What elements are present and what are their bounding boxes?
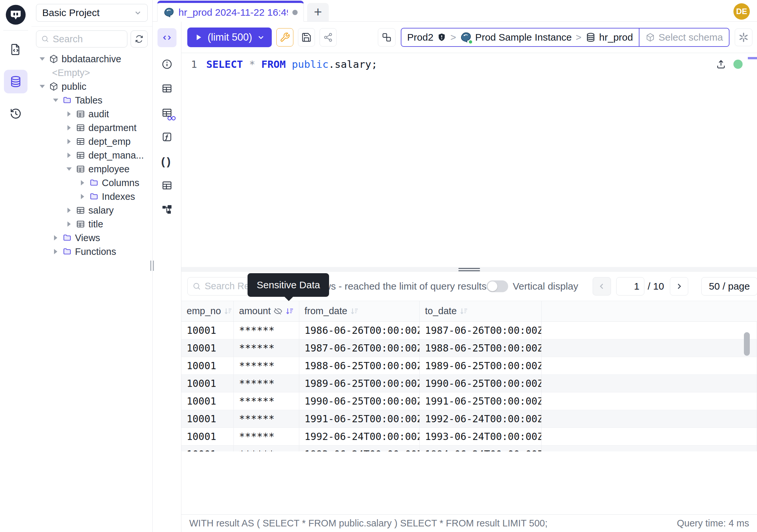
table-row[interactable]: 10001******1991-06-25T00:00:00Z1992-06-2… — [181, 410, 757, 428]
cell[interactable]: 1991-06-25T00:00:00Z — [420, 392, 542, 410]
caret-right-icon[interactable] — [54, 235, 57, 240]
run-query-button[interactable]: (limit 500) — [187, 27, 272, 47]
tree-item-columns[interactable]: Columns — [31, 176, 152, 190]
cell[interactable]: 1987-06-26T00:00:00Z — [420, 322, 542, 339]
cell[interactable]: 10001 — [181, 392, 234, 410]
caret-right-icon[interactable] — [68, 153, 71, 158]
cell[interactable]: 1990-06-25T00:00:00Z — [299, 392, 420, 410]
tree-item-title[interactable]: title — [31, 217, 152, 231]
masked-cell[interactable]: ****** — [234, 375, 299, 392]
cell[interactable]: 1988-06-25T00:00:00Z — [299, 357, 420, 374]
tree-item-views[interactable]: Views — [31, 231, 152, 245]
cell[interactable]: 10001 — [181, 375, 234, 392]
sort-icon[interactable] — [285, 307, 294, 316]
external-table-button[interactable] — [158, 177, 176, 194]
panel-splitter[interactable] — [181, 267, 757, 272]
cell[interactable]: 1987-06-26T00:00:00Z — [299, 339, 420, 357]
vertical-display-toggle[interactable] — [487, 280, 508, 292]
refresh-button[interactable] — [131, 30, 148, 47]
code-panel-button[interactable] — [158, 28, 176, 47]
masked-data-button[interactable] — [158, 104, 176, 121]
caret-right-icon[interactable] — [81, 194, 84, 199]
functions-panel-button[interactable] — [158, 128, 176, 145]
bytebase-logo-icon[interactable] — [5, 4, 26, 25]
caret-right-icon[interactable] — [68, 125, 71, 130]
tree-item-employee[interactable]: employee — [31, 162, 152, 176]
tree-item-bbdataarchive[interactable]: bbdataarchive — [31, 52, 152, 66]
next-page-button[interactable] — [670, 277, 688, 296]
cell[interactable]: 1994-06-24T00:00:00Z — [420, 446, 542, 452]
cell[interactable]: 1988-06-25T00:00:00Z — [420, 339, 542, 357]
tree-item-tables[interactable]: Tables — [31, 93, 152, 107]
page-number-input[interactable] — [616, 277, 644, 296]
tree-item-public[interactable]: public — [31, 79, 152, 93]
caret-down-icon[interactable] — [53, 99, 58, 102]
caret-down-icon[interactable] — [40, 57, 45, 61]
table-row[interactable]: 10001******1993-06-24T00:00:00Z1994-06-2… — [181, 446, 757, 452]
prev-page-button[interactable] — [592, 277, 611, 296]
tree-item-department[interactable]: department — [31, 121, 152, 135]
procedures-panel-button[interactable]: () — [158, 153, 176, 170]
column-header-to-date[interactable]: to_date — [420, 301, 542, 321]
cell[interactable]: 1992-06-24T00:00:00Z — [299, 428, 420, 445]
masked-cell[interactable]: ****** — [234, 446, 299, 452]
masked-cell[interactable]: ****** — [234, 392, 299, 410]
table-row[interactable]: 10001******1990-06-25T00:00:00Z1991-06-2… — [181, 392, 757, 410]
cell[interactable]: 10001 — [181, 322, 234, 339]
column-header-from-date[interactable]: from_date — [299, 301, 420, 321]
sort-icon[interactable] — [350, 307, 359, 316]
caret-right-icon[interactable] — [68, 208, 71, 213]
ai-assistant-button[interactable] — [735, 28, 752, 46]
connection-context[interactable]: Prod2 > Prod Sample Instance > — [402, 28, 639, 46]
masked-cell[interactable]: ****** — [234, 428, 299, 445]
tree-item-dept-emp[interactable]: dept_emp — [31, 135, 152, 148]
tab-hr-prod[interactable]: hr_prod 2024-11-22 16:49 — [157, 1, 304, 22]
cell[interactable]: 1990-06-25T00:00:00Z — [420, 375, 542, 392]
caret-right-icon[interactable] — [68, 111, 71, 117]
cell[interactable]: 1986-06-26T00:00:00Z — [299, 322, 420, 339]
table-row[interactable]: 10001******1986-06-26T00:00:00Z1987-06-2… — [181, 322, 757, 339]
tree-item-audit[interactable]: audit — [31, 107, 152, 121]
masked-cell[interactable]: ****** — [234, 410, 299, 427]
rail-database-button[interactable] — [4, 70, 27, 93]
rail-history-button[interactable] — [4, 102, 27, 125]
masked-cell[interactable]: ****** — [234, 322, 299, 339]
cell[interactable]: 10001 — [181, 446, 234, 452]
sort-icon[interactable] — [459, 307, 469, 316]
sidebar-search[interactable] — [36, 30, 127, 47]
new-tab-button[interactable]: + — [307, 3, 329, 21]
cell[interactable]: 10001 — [181, 357, 234, 374]
select-schema-button[interactable]: Select schema — [639, 28, 729, 46]
schema-diagram-button[interactable] — [158, 201, 176, 218]
sql-editor[interactable]: 1 SELECT * FROM public.salary; — [181, 53, 757, 267]
info-button[interactable] — [158, 56, 176, 73]
table-panel-button[interactable] — [158, 80, 176, 97]
cell[interactable]: 10001 — [181, 428, 234, 445]
tree-item-dept-manager[interactable]: dept_mana... — [31, 148, 152, 162]
cell[interactable]: 10001 — [181, 339, 234, 357]
sidebar-search-input[interactable] — [53, 34, 122, 45]
cell[interactable]: 1993-06-24T00:00:00Z — [420, 428, 542, 445]
table-scrollbar[interactable] — [744, 332, 750, 356]
eye-off-icon[interactable] — [273, 307, 283, 316]
cell[interactable]: 1993-06-24T00:00:00Z — [299, 446, 420, 452]
chevron-down-icon[interactable] — [257, 33, 265, 42]
caret-right-icon[interactable] — [81, 180, 84, 185]
column-header-emp-no[interactable]: emp_no — [181, 301, 234, 321]
cell[interactable]: 1992-06-24T00:00:00Z — [420, 410, 542, 427]
project-selector[interactable]: Basic Project — [36, 4, 148, 22]
share-button[interactable] — [319, 28, 337, 47]
masked-cell[interactable]: ****** — [234, 339, 299, 357]
table-row[interactable]: 10001******1987-06-26T00:00:00Z1988-06-2… — [181, 339, 757, 357]
cell[interactable]: 10001 — [181, 410, 234, 427]
save-sheet-button[interactable] — [298, 28, 315, 47]
masked-cell[interactable]: ****** — [234, 357, 299, 374]
tree-item-functions[interactable]: Functions — [31, 245, 152, 259]
sort-icon[interactable] — [224, 307, 233, 316]
caret-right-icon[interactable] — [54, 249, 57, 254]
page-size-select[interactable]: 50 / page — [701, 277, 757, 296]
table-row[interactable]: 10001******1988-06-25T00:00:00Z1989-06-2… — [181, 357, 757, 375]
tree-item-indexes[interactable]: Indexes — [31, 190, 152, 203]
table-row[interactable]: 10001******1992-06-24T00:00:00Z1993-06-2… — [181, 428, 757, 446]
tree-item-salary[interactable]: salary — [31, 203, 152, 217]
